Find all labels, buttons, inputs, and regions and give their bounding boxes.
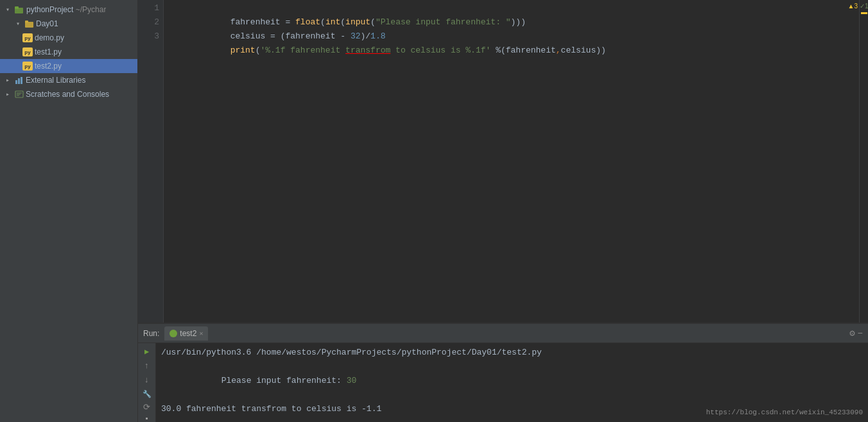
code-content[interactable]: fahrenheit = float(int(input("Please inp…: [164, 0, 859, 323]
svg-rect-3: [25, 21, 28, 23]
code-line-1: fahrenheit = float(int(input("Please inp…: [170, 1, 853, 15]
scratches-label: Scratches and Consoles: [26, 90, 109, 99]
run-toolbar: Run: test2 ✕: [138, 324, 868, 343]
rerun-icon: ⟳: [143, 402, 150, 412]
run-label: Run:: [143, 329, 159, 338]
test1py-label: test1.py: [35, 47, 62, 56]
run-toolbar-right: [849, 328, 863, 339]
py-file-icon: py: [23, 47, 33, 57]
sidebar-item-test2py[interactable]: py test2.py: [0, 59, 137, 73]
collapse-arrow-icon: [3, 75, 13, 85]
svg-rect-5: [18, 78, 20, 84]
run-output-area: ⟳ ▪ /usr/bin/python3.6 /home/westos/Pych…: [138, 343, 868, 422]
external-libraries-label: External Libraries: [26, 76, 85, 85]
run-play-button[interactable]: [141, 346, 153, 357]
sidebar-item-day01[interactable]: Day01: [0, 17, 137, 31]
scroll-down-button[interactable]: [141, 374, 153, 385]
run-tab-icon: [169, 330, 177, 337]
sidebar-item-demopy[interactable]: py demo.py: [0, 31, 137, 45]
line-num-2: 2: [138, 15, 159, 30]
line-num-3: 3: [138, 30, 159, 44]
play-icon: [144, 346, 149, 357]
bar-chart-icon: [14, 75, 24, 85]
wrench-icon: [143, 388, 152, 400]
folder-icon: [24, 19, 35, 29]
line-num-1: 1: [138, 1, 159, 15]
run-output-content: /usr/bin/python3.6 /home/westos/PycharmP…: [156, 343, 868, 422]
expand-arrow-icon: [13, 19, 23, 29]
demopy-label: demo.py: [35, 33, 64, 42]
ok-count: ✓1: [860, 3, 868, 10]
sidebar-item-external-libraries[interactable]: External Libraries: [0, 73, 137, 87]
down-arrow-icon: [144, 374, 150, 385]
scroll-up-button[interactable]: [141, 360, 153, 371]
project-tree: pythonProject ~/Pychar Day01 py: [0, 0, 137, 422]
run-tab-name: test2: [180, 329, 196, 338]
py-file-icon: py: [23, 33, 33, 43]
minimize-panel-icon[interactable]: [858, 328, 863, 339]
run-controls: ⟳ ▪: [138, 343, 156, 422]
sidebar-item-project-root[interactable]: pythonProject ~/Pychar: [0, 3, 137, 17]
editor-gutter: ▲3 ✓1 ▲ ▼: [859, 0, 868, 323]
code-editor[interactable]: 1 2 3 fahrenheit = float(int(input("Plea…: [138, 0, 868, 323]
sidebar-item-test1py[interactable]: py test1.py: [0, 45, 137, 59]
output-input-value: 30: [347, 376, 357, 385]
run-tab-test2[interactable]: test2 ✕: [164, 326, 208, 341]
up-arrow-icon: [144, 360, 150, 371]
svg-rect-4: [15, 80, 17, 84]
warning-count: ▲3: [847, 3, 857, 10]
output-prompt-line: Please input fahrenheit: 30: [161, 360, 863, 402]
output-command-line: /usr/bin/python3.6 /home/westos/PycharmP…: [161, 346, 863, 360]
day01-label: Day01: [36, 19, 58, 28]
py-file-icon: py: [23, 61, 33, 71]
sidebar-item-scratches[interactable]: Scratches and Consoles: [0, 87, 137, 101]
svg-rect-6: [21, 77, 22, 84]
scratch-icon: [14, 89, 24, 99]
settings-icon[interactable]: [849, 328, 855, 339]
gutter-warning-marker: [861, 12, 867, 14]
test2py-label: test2.py: [35, 62, 62, 71]
wrench-button[interactable]: [141, 388, 153, 400]
project-sidebar: pythonProject ~/Pychar Day01 py: [0, 0, 138, 422]
collapse-arrow-icon: [3, 89, 13, 99]
output-url: https://blog.csdn.net/weixin_45233090: [706, 405, 863, 419]
run-tab-close[interactable]: ✕: [199, 330, 203, 337]
stop-button[interactable]: ▪: [141, 415, 153, 422]
run-panel: Run: test2 ✕: [138, 323, 868, 422]
output-prompt-text: Please input fahrenheit:: [221, 376, 347, 385]
gutter-indicators-top: ▲3 ✓1 ▲ ▼: [845, 1, 868, 11]
project-root-label: pythonProject ~/Pychar: [26, 5, 106, 14]
line-numbers: 1 2 3: [138, 0, 164, 323]
rerun-button[interactable]: ⟳: [141, 402, 153, 412]
svg-rect-1: [15, 6, 19, 9]
stop-icon: ▪: [144, 415, 149, 422]
main-layout: pythonProject ~/Pychar Day01 py: [0, 0, 868, 422]
expand-arrow-icon: [3, 4, 13, 15]
project-folder-icon: [14, 4, 24, 15]
